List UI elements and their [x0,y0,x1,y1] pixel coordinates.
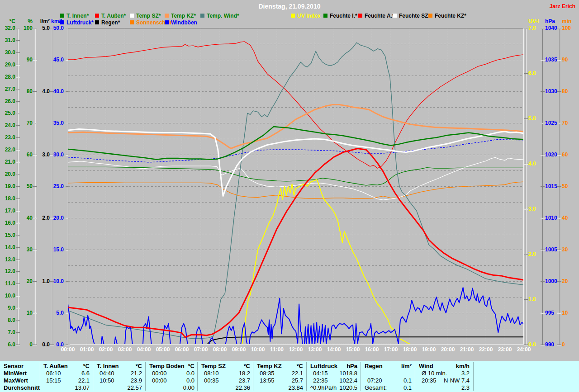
axis-tick-highlight [33,250,37,250]
legend-item-label: UV Index [297,13,320,19]
axis-tick-label: 6.0 [528,71,542,76]
axis-tick-highlight [524,28,528,29]
chart-plot-area [68,28,524,345]
axis-tick-label: 21.0 [1,159,15,165]
axis-tick-label: 40.0 [47,89,64,94]
axis-line-highlight [526,28,527,345]
axis-tick-highlight [16,150,20,151]
axis-tick-label: 20 [19,279,33,284]
axis-tick-label: 80 [19,89,33,94]
x-axis-label: 21:00 [456,346,478,353]
axis-tick-label: 19.0 [1,184,15,189]
axis-unit-: % [19,18,33,24]
axis-tick-label: 0 [19,342,33,347]
table-row-label: Sensor [4,363,24,369]
x-axis-label: 19:00 [418,346,440,353]
legend-item-label: Temp KZ* [171,13,196,19]
legend-item-label: Luftdruck* [66,19,94,26]
x-axis-tick [334,345,334,346]
x-axis-tick [239,345,239,346]
axis-tick-highlight [16,113,20,114]
x-axis-label: 23:00 [494,346,516,353]
table-col-unit: °C [200,363,250,369]
table-separator [361,362,361,391]
axis-tick-highlight [16,308,20,309]
axis-tick-highlight [16,296,20,297]
axis-tick-highlight [16,223,20,224]
x-axis-label: 16:00 [361,346,383,353]
axis-tick-highlight [557,60,561,61]
axis-tick-highlight [541,282,545,282]
axis-tick-label: 4.0 [528,161,542,166]
axis-tick-label: 32.0 [1,25,15,31]
axis-tick-label: 40 [19,215,33,221]
axis-tick-label: 17.0 [1,208,15,213]
axis-tick-label: 70 [562,120,574,126]
legend-item-label: Regen* [101,19,120,26]
axis-tick-highlight [16,138,20,138]
x-axis-label: 20:00 [437,346,459,353]
legend-color-swatch [428,14,432,18]
x-axis-label: 15:00 [342,346,364,353]
axis-tick-label: 7.0 [1,330,15,335]
axis-tick-highlight [557,345,561,345]
x-axis-label: 12:00 [285,346,307,353]
axis-tick-label: 20 [562,279,574,284]
x-axis-tick [163,345,163,346]
axis-tick-highlight [524,119,528,119]
x-axis-label: 02:00 [95,346,117,353]
axis-tick-highlight [557,313,561,314]
x-axis-label: 22:00 [475,346,497,353]
legend-color-swatch [95,14,99,18]
x-axis-label: 03:00 [114,346,136,353]
x-axis-label: 00:00 [57,346,79,353]
axis-tick-highlight [541,60,545,61]
table-cell-value: 6.6 [43,370,90,377]
table-col-unit: hPa [309,363,357,369]
table-cell-value: 1020.5 [309,384,357,391]
legend-item-label: Feuchte I.* [330,13,357,19]
x-axis-tick [277,345,277,346]
x-axis-label: 14:00 [323,346,345,353]
axis-tick-label: 35.0 [47,120,64,126]
axis-tick-label: 14.0 [1,245,15,250]
x-axis-label: 18:00 [399,346,421,353]
x-axis-tick [391,345,391,346]
axis-tick-label: 10 [562,310,574,316]
legend-color-swatch [358,14,362,18]
x-axis-tick [372,345,372,346]
axis-tick-highlight [16,65,20,66]
legend-color-swatch [323,14,327,18]
x-axis-label: 05:00 [152,346,174,353]
x-axis-tick [201,345,201,346]
axis-tick-highlight [16,41,20,41]
legend-color-swatch [200,14,204,18]
table-col-unit: °C [96,363,142,369]
axis-tick-label: 10 [19,310,33,316]
axis-tick-label: 23.0 [1,135,15,140]
axis-tick-highlight [524,345,528,345]
table-cell-value: 22.1 [256,370,303,377]
axis-tick-highlight [16,333,20,333]
x-axis-tick [296,345,296,346]
table-cell-value: 23.9 [96,377,142,384]
x-axis-label: 04:00 [133,346,155,353]
legend-color-swatch [165,14,169,18]
axis-tick-label: 60 [19,152,33,157]
x-axis-tick [429,345,429,346]
axis-unit-UVI: UV-I [528,18,542,24]
legend-item-label: Temp. Wind* [207,13,239,19]
axis-tick-highlight [557,28,561,29]
table-col-unit: km/h [418,363,470,369]
axis-tick-label: 28.0 [1,74,15,80]
axis-tick-label: 15.0 [1,232,15,238]
table-cell-value: 23.7 [200,377,250,384]
table-cell-value: 0.1 [364,377,412,384]
axis-tick-highlight [541,313,545,314]
axis-tick-highlight [33,313,37,314]
x-axis-tick [448,345,448,346]
axis-tick-label: 25.0 [1,110,15,116]
axis-tick-label: 30.0 [1,50,15,55]
table-row-label: MinWert [4,370,27,377]
chart-canvas [68,28,523,344]
